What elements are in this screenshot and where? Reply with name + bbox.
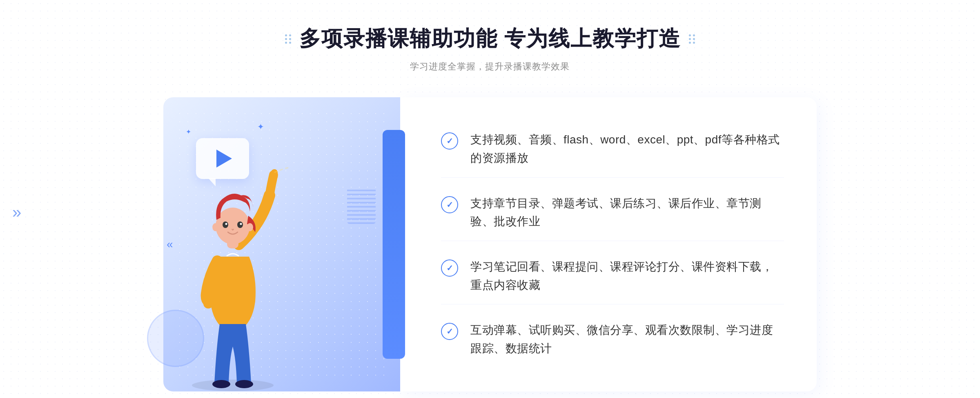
dot [689, 42, 691, 44]
star-right-icon: ✦ [257, 122, 264, 132]
svg-point-0 [192, 380, 274, 391]
svg-point-7 [237, 221, 243, 228]
check-mark-icon-1: ✓ [446, 137, 453, 145]
svg-point-10 [203, 299, 213, 309]
feature-text-4: 互动弹幕、试听购买、微信分享、观看次数限制、学习进度跟踪、数据统计 [470, 321, 784, 358]
dot [693, 34, 695, 36]
dot [693, 42, 695, 44]
svg-point-11 [212, 380, 230, 388]
title-row: 多项录播课辅助功能 专为线上教学打造 [285, 25, 695, 53]
svg-point-3 [216, 208, 250, 244]
svg-point-12 [235, 380, 253, 388]
svg-point-9 [240, 223, 242, 225]
check-circle-2: ✓ [441, 196, 458, 213]
page-wrapper: » [0, 0, 980, 398]
feature-item-2: ✓ 支持章节目录、弹题考试、课后练习、课后作业、章节测验、批改作业 [441, 185, 784, 241]
feature-text-3: 学习笔记回看、课程提问、课程评论打分、课件资料下载，重点内容收藏 [470, 258, 784, 295]
main-card-area: ✦ ✦ [163, 97, 817, 391]
feature-text-1: 支持视频、音频、flash、word、excel、ppt、pdf等各种格式的资源… [470, 131, 784, 168]
dot [689, 38, 691, 40]
check-mark-icon-2: ✓ [446, 201, 453, 209]
dot [285, 34, 287, 36]
arrows-left-icon: « [167, 238, 173, 251]
right-panel: ✓ 支持视频、音频、flash、word、excel、ppt、pdf等各种格式的… [400, 97, 817, 391]
dot [689, 34, 691, 36]
check-mark-icon-4: ✓ [446, 327, 453, 335]
feature-item-4: ✓ 互动弹幕、试听购买、微信分享、观看次数限制、学习进度跟踪、数据统计 [441, 311, 784, 368]
svg-point-6 [223, 221, 228, 228]
blue-side-bar [383, 130, 405, 359]
dot [289, 34, 291, 36]
left-illustration: ✦ ✦ [163, 97, 400, 391]
check-circle-4: ✓ [441, 323, 458, 340]
dot [289, 42, 291, 44]
content-container: 多项录播课辅助功能 专为线上教学打造 [0, 25, 980, 391]
dot [289, 38, 291, 40]
check-circle-3: ✓ [441, 259, 458, 277]
title-dots-left [285, 34, 291, 44]
header-section: 多项录播课辅助功能 专为线上教学打造 [285, 25, 695, 73]
svg-point-5 [247, 223, 253, 231]
check-circle-1: ✓ [441, 132, 458, 150]
dot [285, 42, 287, 44]
svg-point-4 [212, 223, 219, 231]
svg-point-8 [225, 223, 227, 225]
dot [285, 38, 287, 40]
dot [693, 38, 695, 40]
check-mark-icon-3: ✓ [446, 264, 453, 272]
feature-item-1: ✓ 支持视频、音频、flash、word、excel、ppt、pdf等各种格式的… [441, 121, 784, 178]
circle-decoration-1 [147, 310, 204, 367]
feature-item-3: ✓ 学习笔记回看、课程提问、课程评论打分、课件资料下载，重点内容收藏 [441, 248, 784, 305]
page-subtitle: 学习进度全掌握，提升录播课教学效果 [285, 60, 695, 73]
outside-arrows-left: » [12, 203, 21, 221]
page-title: 多项录播课辅助功能 专为线上教学打造 [299, 25, 681, 53]
stripe-decoration [347, 187, 376, 224]
title-dots-right [689, 34, 695, 44]
star-left-icon: ✦ [186, 128, 191, 136]
feature-text-2: 支持章节目录、弹题考试、课后练习、课后作业、章节测验、批改作业 [470, 195, 784, 231]
